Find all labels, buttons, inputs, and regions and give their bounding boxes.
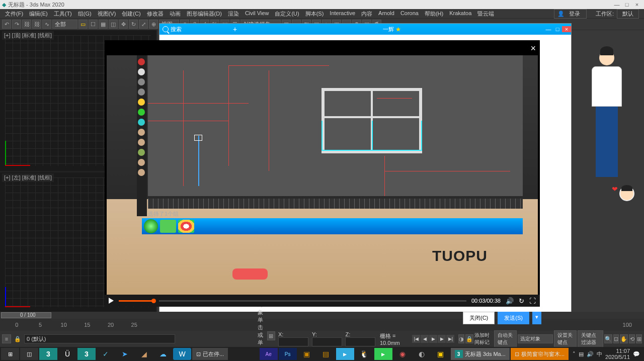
menu-group[interactable]: 组(G) bbox=[75, 9, 95, 18]
menu-civil[interactable]: Civil View bbox=[242, 9, 272, 18]
modal-close-button[interactable]: × bbox=[530, 43, 536, 54]
new-tab-button[interactable]: + bbox=[230, 25, 240, 33]
menu-krakatoa[interactable]: Krakatoa bbox=[446, 9, 474, 18]
taskbar-app11[interactable]: ▤ bbox=[317, 348, 335, 360]
selection-filter[interactable]: 全部 bbox=[52, 20, 77, 29]
task-browser[interactable]: ⊡极简窗帘与窗木... bbox=[511, 348, 569, 360]
menu-script[interactable]: 脚本(S) bbox=[302, 9, 327, 18]
link-button[interactable]: ⛓ bbox=[22, 20, 31, 29]
z-input[interactable] bbox=[345, 337, 375, 346]
taskbar-ae[interactable]: Ae bbox=[260, 348, 278, 360]
x-input[interactable] bbox=[278, 337, 308, 346]
select-name-button[interactable]: ☐ bbox=[89, 20, 98, 29]
next-frame-button[interactable]: ▶ bbox=[438, 335, 446, 343]
taskbar-3dsmax[interactable]: 3 bbox=[39, 348, 57, 360]
browser-close[interactable]: × bbox=[562, 26, 571, 32]
taskbar-video[interactable]: ▸ bbox=[336, 348, 354, 360]
menu-cloud[interactable]: 暨云端 bbox=[474, 9, 497, 18]
play-button[interactable] bbox=[109, 298, 114, 304]
menu-modifiers[interactable]: 修改器 bbox=[144, 9, 167, 18]
task-wps[interactable]: ⊡已在停... bbox=[192, 348, 228, 360]
rotate-button[interactable]: ↻ bbox=[129, 20, 138, 29]
select-button[interactable]: ▭ bbox=[78, 20, 88, 29]
clock[interactable]: 11:07 2020/5/11 bbox=[605, 348, 630, 360]
script-label[interactable]: 添加时间标记 bbox=[474, 332, 493, 346]
maxscript-icon[interactable]: ≡ bbox=[2, 334, 11, 343]
menu-interactive[interactable]: Interactive bbox=[327, 9, 358, 18]
menu-view[interactable]: 视图(V) bbox=[95, 9, 119, 18]
taskbar-ps[interactable]: Ps bbox=[279, 348, 297, 360]
task-3dsmax[interactable]: 3无标题 3ds Ma... bbox=[451, 348, 510, 360]
nav-orbit-icon[interactable]: ⟲ bbox=[629, 334, 635, 343]
menu-edit[interactable]: 编辑(E) bbox=[26, 9, 51, 18]
viewport-left-label[interactable]: [+] [左] [标准] [线框] bbox=[2, 173, 54, 182]
tray-net-icon[interactable]: ▤ bbox=[579, 351, 584, 357]
command-panel[interactable]: ❤ bbox=[572, 30, 644, 312]
prev-frame-button[interactable]: ◀ bbox=[421, 335, 429, 343]
taskbar-wechat[interactable]: W bbox=[173, 348, 191, 360]
tray-up-icon[interactable]: ˄ bbox=[573, 351, 576, 357]
login-link[interactable]: 👤 登录 bbox=[554, 9, 587, 19]
nav-zoom-icon[interactable]: 🔍 bbox=[604, 334, 612, 343]
iso-select-icon[interactable]: ◑ bbox=[458, 334, 464, 343]
video-track[interactable] bbox=[159, 300, 466, 302]
start-button[interactable]: ⊞ bbox=[1, 348, 19, 360]
system-tray[interactable]: ˄ ▤ 🔊 中 11:07 2020/5/11 💬 bbox=[570, 348, 643, 360]
close-button[interactable]: 关闭(C) bbox=[463, 312, 495, 324]
keyfilter-button[interactable]: 关键点过滤器 bbox=[578, 330, 603, 347]
timeline-ruler[interactable]: 0 5 10 15 20 25 100 bbox=[0, 319, 644, 331]
tray-ime-icon[interactable]: 中 bbox=[597, 350, 602, 358]
window-minimize[interactable]: — bbox=[612, 2, 622, 8]
autokey-button[interactable]: 自动关键点 bbox=[494, 330, 517, 347]
lock-icon[interactable]: 🔒 bbox=[14, 336, 21, 342]
setkey-button[interactable]: 设置关键点 bbox=[554, 330, 577, 347]
scale-button[interactable]: ⤢ bbox=[139, 20, 148, 29]
nav-max-icon[interactable]: ⊞ bbox=[636, 334, 642, 343]
viewport-top-label[interactable]: [+] [顶] [标准] [线框] bbox=[2, 31, 54, 40]
taskbar-unreal[interactable]: Ü bbox=[58, 348, 76, 360]
video-progress[interactable] bbox=[119, 300, 154, 302]
play-anim-button[interactable]: ▶ bbox=[429, 335, 437, 343]
menu-graph[interactable]: 图形编辑器(D) bbox=[184, 9, 225, 18]
taskbar-iqiyi[interactable]: ▸ bbox=[374, 348, 392, 360]
timeline-scrubber[interactable]: 0 / 100 bbox=[0, 312, 644, 319]
taskbar-app15[interactable]: ◉ bbox=[393, 348, 412, 360]
nav-pan-icon[interactable]: ✋ bbox=[620, 334, 628, 343]
taskbar-app4[interactable]: ✓ bbox=[97, 348, 115, 360]
fullscreen-icon[interactable]: ⛶ bbox=[529, 297, 536, 305]
taskbar-qq[interactable]: 🐧 bbox=[355, 348, 373, 360]
taskbar-app6[interactable]: ◢ bbox=[135, 348, 153, 360]
goto-start-button[interactable]: |◀ bbox=[412, 335, 420, 343]
nav-zoomall-icon[interactable]: ⊡ bbox=[613, 334, 619, 343]
window-maximize[interactable]: □ bbox=[622, 2, 632, 8]
menu-help[interactable]: 帮助(H) bbox=[422, 9, 446, 18]
menu-create[interactable]: 创建(C) bbox=[119, 9, 143, 18]
browser-tab[interactable]: 一辉 ★ bbox=[240, 26, 544, 33]
bind-button[interactable]: ∿ bbox=[42, 20, 51, 29]
taskbar-app10[interactable]: ▣ bbox=[298, 348, 316, 360]
place-button[interactable]: ⊕ bbox=[149, 20, 158, 29]
taskbar-app17[interactable]: ▣ bbox=[432, 348, 450, 360]
taskview-button[interactable]: ◫ bbox=[20, 348, 38, 360]
y-input[interactable] bbox=[312, 337, 342, 346]
unlink-button[interactable]: ⛓ bbox=[32, 20, 41, 29]
notif-icon[interactable]: 💬 bbox=[633, 351, 640, 357]
tray-vol-icon[interactable]: 🔊 bbox=[587, 351, 594, 357]
region-button[interactable]: ▦ bbox=[99, 20, 108, 29]
menu-arnold[interactable]: Arnold bbox=[375, 9, 397, 18]
workspace-dropdown[interactable]: 默认 bbox=[617, 9, 639, 19]
send-button[interactable]: 发送(S) bbox=[498, 312, 529, 324]
menu-file[interactable]: 文件(F) bbox=[2, 9, 26, 18]
browser-maximize[interactable]: □ bbox=[553, 26, 562, 32]
x-icon[interactable]: ⊞ bbox=[267, 331, 275, 340]
browser-search[interactable]: 搜索 bbox=[159, 26, 230, 33]
taskbar-app16[interactable]: ◐ bbox=[413, 348, 431, 360]
taskbar-cloud[interactable]: ☁ bbox=[154, 348, 172, 360]
redo-button[interactable]: ↷ bbox=[12, 20, 21, 29]
menu-render[interactable]: 渲染 bbox=[225, 9, 242, 18]
volume-icon[interactable]: 🔊 bbox=[506, 297, 514, 305]
window-close[interactable]: × bbox=[632, 2, 642, 8]
keymode-dropdown[interactable]: 选定对象 bbox=[518, 334, 553, 343]
menu-tools[interactable]: 工具(T) bbox=[51, 9, 75, 18]
taskbar-send[interactable]: ➤ bbox=[116, 348, 134, 360]
